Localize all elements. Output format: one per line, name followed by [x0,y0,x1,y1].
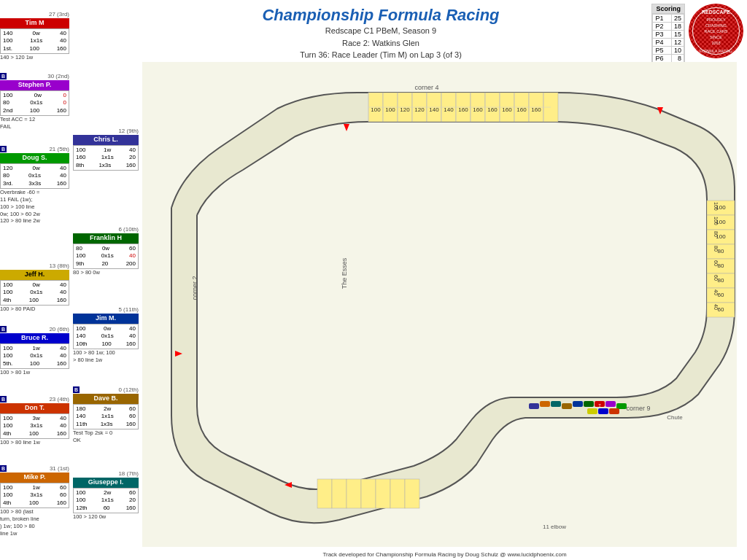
scoring-row: P510 [653,47,684,55]
svg-text:160: 160 [502,106,512,113]
svg-rect-37 [332,479,347,508]
svg-text:60: 60 [713,260,719,266]
mike-p-stats: 1001w60 1003x1s60 4th100160 [0,483,69,508]
svg-text:160: 160 [531,106,541,113]
svg-text:T: T [598,403,601,408]
bruce-r-note: 100 > 80 1w [0,369,69,376]
svg-text:120: 120 [400,106,410,113]
svg-rect-80 [540,401,550,407]
svg-text:140: 140 [444,106,454,113]
svg-rect-78 [562,403,572,409]
svg-text:100: 100 [385,106,395,113]
svg-rect-38 [347,479,361,508]
jim-m-stats: 1000w40 1400x1s40 10th100160 [73,324,139,349]
doug-s-pos: 21 (5th) [49,146,69,153]
jeff-h-stats: 1000w40 1000x1s40 4th100160 [0,280,69,306]
franklin-h-name: Franklin H [73,233,139,244]
doug-s-note: Overbrake -60 =11 FAIL (1w);100 > 100 li… [0,189,69,225]
svg-rect-79 [551,401,561,407]
track-map: 100 100 120 120 140 140 160 160 160 160 … [142,62,737,547]
mike-p-note: 100 > 80 (lastturn, broken line) 1w; 100… [0,508,69,537]
don-t-pos: 23 (4th) [49,396,69,403]
dave-b-note: Test Top 2sk = 0OK [73,429,139,444]
svg-text:CRASHING: CRASHING [705,23,727,28]
svg-rect-74 [598,408,608,414]
svg-text:60: 60 [713,275,719,281]
svg-rect-41 [390,479,405,508]
mike-p-name: Mike P. [0,472,69,483]
chris-l-name: Chris L. [73,135,139,145]
svg-text:120: 120 [414,106,425,113]
svg-text:100: 100 [371,106,381,113]
svg-text:REDSCAPE: REDSCAPE [702,9,730,15]
svg-text:The Esses: The Esses [341,257,348,289]
bruce-r-stats: 1001w40 1000x1s40 5th.100160 [0,343,69,369]
doug-s-stats: 1200w40 800x1s40 3rd.3x3s160 [0,163,69,189]
svg-rect-39 [361,479,376,508]
player-bruce-r: B 20 (6th) Bruce R. 1001w40 1000x1s40 5t… [0,326,69,376]
svg-rect-77 [573,401,583,407]
chris-l-stats: 1001w40 1601x1s20 8th1x3s160 [73,145,139,171]
svg-text:40: 40 [713,289,719,295]
svg-text:160: 160 [516,106,527,113]
svg-text:RACE CARS: RACE CARS [704,29,727,34]
footer-text: Track developed for Championship Formula… [322,551,566,558]
stephen-p-name: Stephen P. [0,80,69,90]
player-franklin-h: 6 (10th) Franklin H 800w60 1000x1s40 9th… [73,226,139,276]
logo: REDSCAPE PROUDLY CRASHING RACE CARS SINC… [689,4,743,58]
svg-text:80: 80 [713,246,719,252]
chris-l-pos: 12 (9th) [73,128,139,135]
tim-m-note: 140 > 120 1w [0,54,69,61]
svg-text:80: 80 [713,231,719,237]
svg-text:100: 100 [713,217,719,225]
giuseppe-i-pos: 18 (7th) [73,470,139,478]
jim-m-name: Jim M. [73,314,139,324]
svg-text:11 elbow: 11 elbow [543,524,566,530]
svg-text:160: 160 [458,106,468,113]
subtitle3: Turn 36: Race Leader (Tim M) on Lap 3 (o… [73,49,689,61]
stephen-p-stats: 1000w0 800x1s0 2nd100160 [0,90,69,116]
player-stephen-p: B 30 (2nd) Stephen P. 1000w0 800x1s0 2nd… [0,73,69,131]
svg-rect-36 [317,479,332,508]
svg-text:2003: 2003 [711,41,720,45]
svg-rect-76 [584,401,594,407]
bruce-r-pos: 20 (6th) [49,326,69,333]
franklin-h-note: 80 > 80 0w [73,269,139,276]
jeff-h-note: 100 > 80 PAID [0,306,69,313]
svg-rect-40 [376,479,390,508]
tim-m-pos: 27 (3rd) [0,11,69,18]
player-mike-p: B 31 (1st) Mike P. 1001w60 1003x1s60 4th… [0,465,69,537]
svg-rect-73 [587,408,597,414]
scoring-row: P315 [653,31,684,39]
svg-text:160: 160 [473,106,483,113]
mike-p-pos: 31 (1st) [50,465,69,472]
dave-b-badge: B [73,386,80,393]
bruce-r-name: Bruce R. [0,333,69,343]
svg-rect-75 [609,408,619,414]
dave-b-stats: 1802w60 1401x1s60 11th1x3s160 [73,404,139,429]
don-t-name: Don T. [0,403,69,413]
page-title: Championship Formula Racing [73,6,689,25]
bruce-r-badge: B [0,326,7,332]
don-t-badge: B [0,396,7,402]
svg-text:PROUDLY: PROUDLY [706,18,726,22]
franklin-h-stats: 800w60 1000x1s40 9th20200 [73,244,139,269]
player-giuseppe-i: 18 (7th) Giuseppe I. 1002w60 1001x1s20 1… [73,470,139,521]
dave-b-pos: 0 (12th) [118,386,139,394]
don-t-note: 100 > 80 line 1w [0,439,69,446]
don-t-stats: 1003w40 1003x1s40 4th100160 [0,413,69,439]
franklin-h-pos: 6 (10th) [73,226,139,233]
scoring-row: P218 [653,23,684,31]
svg-text:160: 160 [487,106,498,113]
svg-text:SINCE: SINCE [710,35,722,39]
svg-rect-71 [605,401,616,407]
jeff-h-pos: 13 (8th) [0,262,69,270]
svg-text:corner 9: corner 9 [626,405,650,412]
scoring-row: P412 [653,39,684,47]
player-chris-l: 12 (9th) Chris L. 1001w40 1601x1s20 8th1… [73,128,139,171]
subtitle2: Race 2: Watkins Glen [73,37,689,50]
svg-text:40: 40 [713,304,719,310]
tim-m-stats: 1400w40 1001x1s40 1st.100160 [0,28,69,54]
mike-p-badge: B [0,465,7,472]
subtitle1: Redscape C1 PBeM, Season 9 [73,25,689,37]
